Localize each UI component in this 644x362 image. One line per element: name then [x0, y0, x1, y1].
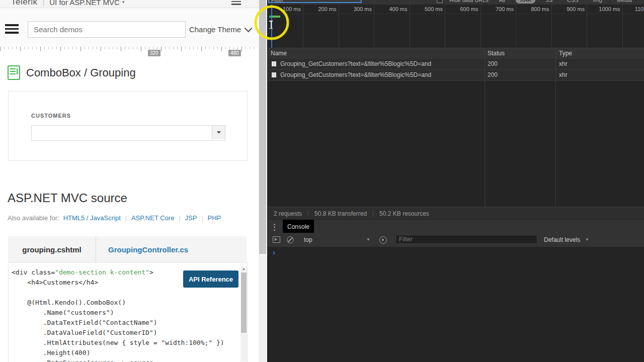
timeline-tick-label: 100 ms: [268, 6, 301, 12]
page-scrollbar[interactable]: [259, 0, 267, 362]
column-header-name[interactable]: Name: [271, 50, 287, 57]
request-type-chips: AllXHRJSCSSImgMediaFontDocWSManifestOthe…: [495, 0, 644, 4]
devtools-pane: Filter Hide data URLs AllXHRJSCSSImgMedi…: [267, 0, 644, 362]
request-type: xhr: [559, 60, 568, 67]
live-expression-eye-icon[interactable]: [379, 236, 387, 244]
also-available-links: HTML5 / JavaScript|ASP.NET Core|JSP|PHP: [63, 214, 221, 222]
clear-console-icon[interactable]: [287, 236, 294, 243]
waterfall-bar: [269, 16, 280, 18]
console-prompt-chevron: ›: [273, 248, 275, 256]
code-line: .HtmlAttributes(new { style = "width:100…: [12, 338, 224, 348]
search-input[interactable]: [28, 21, 186, 38]
page-scrollbar-thumb[interactable]: [259, 0, 266, 254]
change-theme-dropdown[interactable]: Change Theme: [189, 25, 250, 34]
timeline-tick-label: 1100 ms: [622, 6, 644, 12]
also-available-label: Also available for:: [8, 214, 59, 222]
telerik-logo[interactable]: Telerik: [11, 0, 38, 7]
tab-grouping-controller[interactable]: GroupingController.cs: [96, 236, 200, 262]
log-levels-dropdown[interactable]: Default levels: [544, 236, 580, 243]
timeline-tick-label: 400 ms: [374, 6, 408, 12]
link-separator: |: [125, 215, 127, 222]
page-title-row: ComboBox / Grouping: [8, 65, 136, 80]
also-link[interactable]: JSP: [185, 214, 197, 222]
network-request-row[interactable]: Grouping_GetCustomers?text=&filter%5Blog…: [268, 59, 644, 70]
request-status: 200: [488, 71, 498, 78]
demo-site-pane: Telerik | UI for ASP.NET MVC ▾ Change Th…: [0, 0, 267, 362]
network-request-row[interactable]: Grouping_GetCustomers?text=&filter%5Blog…: [268, 70, 644, 81]
source-heading: ASP.NET MVC source: [8, 191, 127, 205]
request-icon: [272, 61, 276, 66]
console-filter-input[interactable]: [395, 235, 537, 244]
change-theme-label: Change Theme: [189, 25, 241, 34]
hamburger-menu-icon[interactable]: [5, 24, 19, 36]
customers-combobox[interactable]: [31, 125, 225, 141]
timeline-tick-label: 900 ms: [551, 6, 585, 12]
code-panel: <div class="demo-section k-content"> <h4…: [8, 262, 248, 362]
transferred-size: 50.8 KB transferred: [308, 210, 373, 217]
context-caret-icon[interactable]: ▼: [366, 237, 370, 242]
link-separator: |: [201, 215, 203, 222]
request-name: Grouping_GetCustomers?text=&filter%5Blog…: [280, 60, 431, 67]
execution-context-selector[interactable]: top: [304, 236, 312, 243]
timeline-tick-label: 200 ms: [303, 6, 337, 12]
filter-chip-js[interactable]: JS: [542, 0, 556, 4]
filter-chip-media[interactable]: Media: [613, 0, 636, 4]
text-cursor: [269, 21, 273, 29]
product-caret-icon: ▾: [122, 0, 125, 5]
request-status: 200: [488, 60, 498, 67]
api-reference-button[interactable]: API Reference: [183, 270, 238, 288]
timeline-tick-label: 700 ms: [480, 6, 514, 12]
topbar-separator: |: [43, 0, 45, 6]
hide-data-urls-label: Hide data URLs: [449, 0, 489, 3]
topbar-menu-icon[interactable]: [231, 0, 241, 7]
site-topbar: Telerik | UI for ASP.NET MVC ▾: [0, 0, 267, 8]
filter-chip-all[interactable]: All: [495, 0, 509, 4]
filter-chip-css[interactable]: CSS: [563, 0, 583, 4]
customers-label: CUSTOMERS: [31, 113, 71, 119]
column-header-status[interactable]: Status: [488, 50, 505, 57]
source-tabstrip: grouping.cshtml GroupingController.cs: [8, 236, 247, 262]
scroll-up-arrow-icon[interactable]: ▲: [240, 267, 247, 270]
combo-arrow-icon: [217, 131, 221, 134]
combobox-input[interactable]: [32, 126, 212, 140]
also-available-row: Also available for: HTML5 / JavaScript|A…: [8, 214, 221, 222]
chevron-down-icon: [245, 25, 253, 33]
request-type: xhr: [559, 71, 568, 78]
drawer-menu-icon[interactable]: [274, 222, 275, 232]
site-toolbar: Change Theme: [0, 8, 267, 47]
code-scrollbar[interactable]: ▲: [240, 266, 247, 361]
combobox-widget-icon: [8, 65, 20, 80]
column-header-type[interactable]: Type: [559, 50, 572, 57]
also-link[interactable]: PHP: [208, 214, 221, 222]
code-line: .DataValueField("CustomerID"): [12, 328, 224, 338]
page-title: ComboBox / Grouping: [26, 66, 136, 79]
resources-size: 50.2 KB resources: [373, 210, 435, 217]
console-sidebar-icon[interactable]: [273, 236, 280, 243]
code-line: [12, 288, 224, 298]
request-icon: [272, 72, 276, 77]
code-line: .DataSource(source => source: [12, 358, 224, 362]
column-separator[interactable]: [555, 48, 556, 207]
hide-data-urls-checkbox[interactable]: [437, 0, 443, 3]
code-line: .DataTextField("ContactName"): [12, 318, 224, 328]
code-line: @(Html.Kendo().ComboBox(): [12, 298, 224, 308]
column-separator[interactable]: [485, 48, 485, 207]
filter-chip-img[interactable]: Img: [589, 0, 606, 4]
network-overview[interactable]: 100 ms200 ms300 ms400 ms500 ms600 ms700 …: [268, 5, 644, 48]
link-separator: |: [179, 215, 180, 222]
tab-grouping-cshtml[interactable]: grouping.cshtml: [8, 236, 96, 262]
tab-console[interactable]: Console: [283, 220, 314, 233]
combobox-dropdown-button[interactable]: [212, 126, 225, 139]
also-link[interactable]: HTML5 / JavaScript: [63, 214, 121, 222]
console-output[interactable]: ›: [268, 247, 644, 362]
code-line: .Name("customers"): [12, 308, 224, 318]
network-table-header: Name Status Type: [268, 48, 644, 59]
also-link[interactable]: ASP.NET Core: [131, 214, 175, 222]
filter-chip-xhr[interactable]: XHR: [516, 0, 535, 4]
product-menu[interactable]: UI for ASP.NET MVC: [49, 0, 120, 7]
timeline-tick-label: 300 ms: [339, 6, 372, 12]
levels-caret-icon[interactable]: ▼: [585, 237, 589, 242]
code-scrollbar-thumb[interactable]: [241, 273, 247, 333]
network-filter-input[interactable]: Filter: [268, 0, 362, 3]
requests-count: 2 requests: [268, 210, 308, 217]
